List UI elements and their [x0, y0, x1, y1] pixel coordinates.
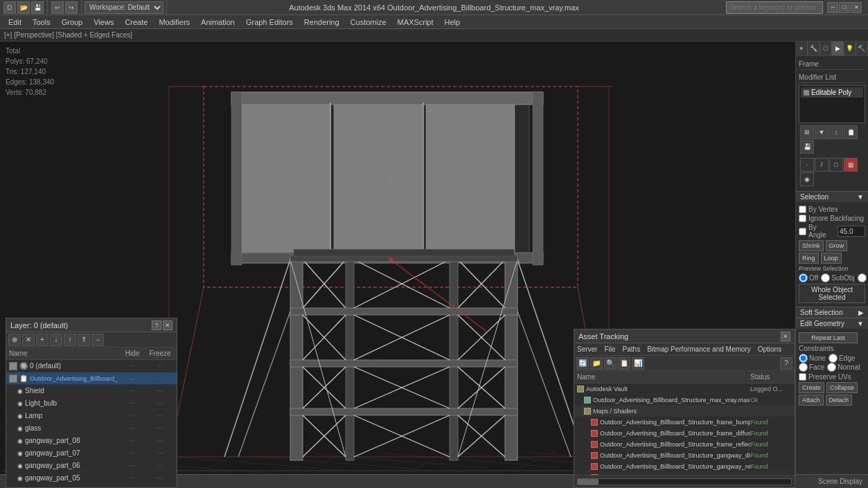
edit-geo-header[interactable]: Edit Geometry ▼: [796, 318, 868, 329]
soft-sel-header[interactable]: Soft Selection ▶: [796, 307, 868, 318]
repeat-last-btn[interactable]: Repeat Last: [799, 332, 858, 343]
menu-edit[interactable]: Edit: [3, 17, 27, 28]
menu-create[interactable]: Create: [119, 17, 153, 28]
create-btn[interactable]: Create: [799, 382, 824, 393]
menu-rendering[interactable]: Rendering: [299, 17, 345, 28]
mod-icon-3[interactable]: ↕: [829, 125, 843, 139]
menu-tools[interactable]: Tools: [27, 17, 56, 28]
face-radio[interactable]: [799, 363, 808, 372]
asset-row-gdiffuse[interactable]: Outdoor_Advertising_Billboard_Structure_…: [574, 450, 795, 461]
lyr-btn-2[interactable]: ✕: [22, 334, 35, 346]
by-vertex-check[interactable]: [799, 206, 806, 213]
layer-row-0[interactable]: 🔘 0 (default) ··· ···: [6, 360, 177, 372]
rpanel-tab-modify[interactable]: 🔧: [808, 42, 820, 55]
menu-animation[interactable]: Animation: [195, 17, 240, 28]
menu-maxscript[interactable]: MAXScript: [392, 17, 439, 28]
asset-close-btn[interactable]: ✕: [781, 332, 790, 341]
workspace-select[interactable]: Workspace: Default: [85, 1, 163, 14]
multi-radio[interactable]: [858, 273, 867, 282]
edge-radio[interactable]: [829, 354, 838, 363]
layer-row-lamp[interactable]: ◉ Lamp ··· ···: [6, 410, 177, 422]
off-radio[interactable]: [799, 273, 808, 282]
asset-menu-file[interactable]: File: [604, 345, 615, 353]
asset-scroll-track[interactable]: [577, 478, 792, 485]
redo-btn[interactable]: ↪: [65, 1, 78, 14]
close-btn[interactable]: ✕: [851, 2, 862, 13]
normal-radio[interactable]: [827, 363, 836, 372]
save-btn[interactable]: 💾: [31, 1, 44, 14]
layer-row-main[interactable]: 📋 Outdoor_Advertising_Billboard_Structur…: [6, 372, 177, 385]
layer-row-gp06[interactable]: ◉ gangway_part_06 ··· ···: [6, 460, 177, 472]
layers-help-btn[interactable]: ?: [152, 320, 161, 330]
detach-btn[interactable]: Detach: [826, 395, 853, 406]
mod-icon-1[interactable]: ⊞: [800, 125, 814, 139]
asset-btn-folder[interactable]: 📁: [590, 357, 603, 370]
asset-row-vault[interactable]: Autodesk Vault Logged O...: [574, 383, 795, 395]
lyr-btn-4[interactable]: ↓: [50, 334, 62, 346]
layer-row-gp05[interactable]: ◉ gangway_part_05 ··· ···: [6, 472, 177, 485]
attach-btn[interactable]: Attach: [799, 395, 824, 406]
asset-btn-refresh[interactable]: 🔄: [576, 357, 589, 370]
asset-row-greflect[interactable]: Outdoor_Advertising_Billboard_Structure_…: [574, 461, 795, 472]
menu-group[interactable]: Group: [56, 17, 89, 28]
asset-menu-bitmap[interactable]: Bitmap Performance and Memory: [647, 345, 751, 353]
ignore-backfacing-check[interactable]: [799, 215, 806, 222]
none-radio[interactable]: [799, 354, 808, 363]
open-btn[interactable]: 📂: [17, 1, 30, 14]
asset-btn-copy[interactable]: 📋: [618, 357, 630, 370]
layer-row-gp07[interactable]: ◉ gangway_part_07 ··· ···: [6, 447, 177, 460]
rpanel-tab-display[interactable]: 💡: [844, 42, 856, 55]
shrink-btn[interactable]: Shrink: [799, 240, 824, 251]
angle-input[interactable]: [838, 226, 865, 237]
menu-views[interactable]: Views: [88, 17, 119, 28]
ring-btn[interactable]: Ring: [799, 253, 819, 264]
new-btn[interactable]: 🗋: [3, 1, 16, 14]
asset-btn-help[interactable]: ?: [780, 357, 792, 370]
preserve-uvs-check[interactable]: [799, 373, 806, 381]
mod-icon-2[interactable]: ▼: [815, 125, 829, 139]
by-angle-check[interactable]: [799, 228, 806, 235]
asset-row-fdiffuse[interactable]: Outdoor_Advertising_Billboard_Structure_…: [574, 428, 795, 439]
subobj-icon-edge[interactable]: /: [815, 158, 829, 172]
lyr-btn-7[interactable]: →: [91, 334, 104, 346]
asset-menu-paths[interactable]: Paths: [623, 345, 641, 353]
subobj-icon-dot[interactable]: ·: [800, 158, 814, 172]
rpanel-tab-motion[interactable]: ▶: [832, 42, 844, 55]
asset-row-freflect[interactable]: Outdoor_Advertising_Billboard_Structure_…: [574, 439, 795, 450]
layer-row-gp08[interactable]: ◉ gangway_part_08 ··· ···: [6, 435, 177, 447]
subobj-radio[interactable]: [821, 273, 830, 282]
maximize-btn[interactable]: □: [839, 2, 850, 13]
editable-poly-item[interactable]: Editable Poly: [801, 87, 863, 98]
asset-row-maxfile[interactable]: Outdoor_Advertising_Billboard_Structure_…: [574, 395, 795, 406]
layer-row-gp04[interactable]: ◉ gangway_part_04 ··· ···: [6, 485, 177, 487]
menu-help[interactable]: Help: [439, 17, 466, 28]
asset-row-maps[interactable]: Maps / Shaders: [574, 406, 795, 417]
undo-btn[interactable]: ↩: [51, 1, 64, 14]
lyr-btn-1[interactable]: ⊕: [8, 334, 21, 346]
asset-row-fbump[interactable]: Outdoor_Advertising_Billboard_Structure_…: [574, 417, 795, 428]
menu-customize[interactable]: Customize: [345, 17, 392, 28]
layer-row-glass[interactable]: ◉ glass ··· ···: [6, 422, 177, 435]
lyr-btn-5[interactable]: ↑: [64, 334, 76, 346]
mod-icon-5[interactable]: 💾: [800, 140, 814, 154]
subobj-icon-poly[interactable]: ▦: [844, 158, 858, 172]
loop-btn[interactable]: Loop: [821, 253, 842, 264]
collapse-btn[interactable]: Collapse: [826, 382, 858, 393]
layers-close-btn[interactable]: ✕: [163, 320, 172, 330]
selection-header[interactable]: Selection ▼: [796, 191, 868, 202]
asset-menu-options[interactable]: Options: [758, 345, 781, 353]
lyr-btn-3[interactable]: +: [36, 334, 48, 346]
asset-scroll-thumb[interactable]: [578, 479, 599, 485]
asset-btn-search[interactable]: 🔍: [604, 357, 617, 370]
asset-row-pdiffuse[interactable]: Outdoor_Advertising_Billboard_Structure_…: [574, 472, 795, 475]
subobj-icon-border[interactable]: □: [829, 158, 843, 172]
layer-row-shield[interactable]: ◉ Shield ··· ···: [6, 385, 177, 397]
lyr-btn-6[interactable]: ⇑: [78, 334, 90, 346]
minimize-btn[interactable]: ─: [827, 2, 838, 13]
rpanel-tab-utilities[interactable]: 🔨: [856, 42, 868, 55]
rpanel-tab-create[interactable]: ✦: [796, 42, 808, 55]
menu-modifiers[interactable]: Modifiers: [153, 17, 195, 28]
modifier-list-box[interactable]: Editable Poly: [799, 85, 865, 123]
asset-menu-server[interactable]: Server: [577, 345, 597, 353]
asset-btn-chart[interactable]: 📊: [632, 357, 644, 370]
